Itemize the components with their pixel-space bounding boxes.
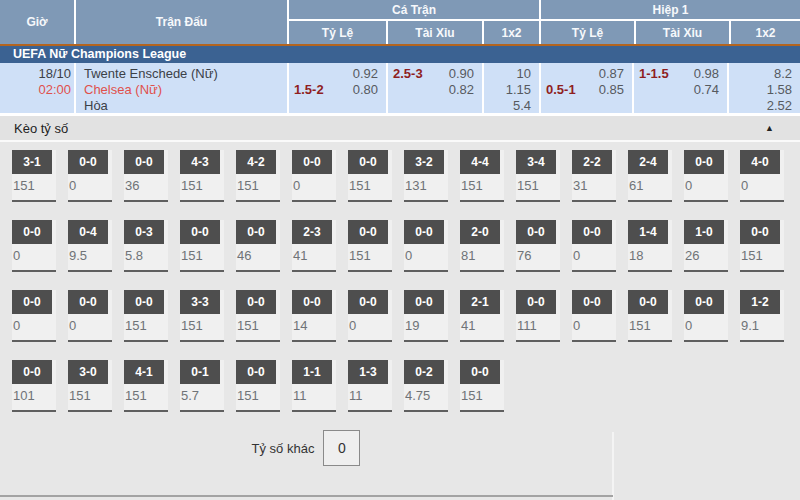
score-odds-cell[interactable]: 0-00 xyxy=(572,290,616,342)
score-label: 0-0 xyxy=(180,220,220,244)
score-label: 0-0 xyxy=(236,220,276,244)
score-odds-value: 151 xyxy=(180,318,224,333)
score-odds-value: 151 xyxy=(12,178,56,193)
score-odds-cell[interactable]: 0-00 xyxy=(12,220,56,272)
score-odds-value: 151 xyxy=(516,178,560,193)
score-odds-value: 111 xyxy=(516,318,560,333)
full-handicap-home-odds[interactable]: 0.92 xyxy=(353,66,378,82)
score-odds-cell[interactable]: 4-2151 xyxy=(236,150,280,202)
score-label: 0-0 xyxy=(124,290,164,314)
half-handicap-away-odds[interactable]: 0.85 xyxy=(599,82,624,98)
score-odds-cell[interactable]: 0-046 xyxy=(236,220,280,272)
other-score-value[interactable]: 0 xyxy=(323,430,360,466)
score-odds-cell[interactable]: 4-4151 xyxy=(460,150,504,202)
score-odds-cell[interactable]: 4-3151 xyxy=(180,150,224,202)
score-odds-cell[interactable]: 0-0111 xyxy=(516,290,560,342)
score-odds-cell[interactable]: 0-00 xyxy=(292,150,336,202)
score-odds-cell[interactable]: 3-3151 xyxy=(180,290,224,342)
score-odds-cell[interactable]: 0-0101 xyxy=(12,360,56,412)
score-odds-value: 0 xyxy=(740,178,784,193)
score-odds-cell[interactable]: 0-24.75 xyxy=(404,360,448,412)
score-odds-value: 151 xyxy=(124,388,168,403)
score-section-header[interactable]: Kèo tỷ số ▲ xyxy=(0,116,800,142)
score-odds-value: 9.1 xyxy=(740,318,784,333)
full-1x2-home-odds[interactable]: 10 xyxy=(517,66,531,82)
half-1x2-home-odds[interactable]: 8.2 xyxy=(774,66,792,82)
score-odds-cell[interactable]: 2-461 xyxy=(628,150,672,202)
score-odds-cell[interactable]: 3-4151 xyxy=(516,150,560,202)
score-odds-cell[interactable]: 2-081 xyxy=(460,220,504,272)
score-odds-cell[interactable]: 0-00 xyxy=(68,150,112,202)
score-odds-cell[interactable]: 2-231 xyxy=(572,150,616,202)
score-row: 3-11510-000-0364-31514-21510-000-01513-2… xyxy=(12,150,800,202)
score-odds-cell[interactable]: 3-1151 xyxy=(12,150,56,202)
score-odds-value: 0 xyxy=(404,248,448,263)
score-odds-cell[interactable]: 0-036 xyxy=(124,150,168,202)
score-label: 0-0 xyxy=(348,150,388,174)
score-odds-cell[interactable]: 0-00 xyxy=(404,220,448,272)
score-odds-cell[interactable]: 4-1151 xyxy=(124,360,168,412)
score-odds-cell[interactable]: 1-418 xyxy=(628,220,672,272)
score-odds-cell[interactable]: 0-0151 xyxy=(740,220,784,272)
score-odds-value: 26 xyxy=(684,248,728,263)
full-1x2-away-odds[interactable]: 1.15 xyxy=(506,82,531,98)
full-handicap-away-odds[interactable]: 0.80 xyxy=(353,82,378,98)
score-odds-cell[interactable]: 0-0151 xyxy=(236,290,280,342)
score-odds-cell[interactable]: 4-00 xyxy=(740,150,784,202)
score-odds-value: 5.7 xyxy=(180,388,224,403)
home-team-name: Twente Enschede (Nữ) xyxy=(84,66,287,82)
score-odds-cell[interactable]: 1-311 xyxy=(348,360,392,412)
full-under-odds[interactable]: 0.82 xyxy=(449,82,474,98)
score-label: 2-1 xyxy=(460,290,500,314)
full-1x2-draw-odds[interactable]: 5.4 xyxy=(513,98,531,114)
full-over-odds[interactable]: 0.90 xyxy=(449,66,474,82)
half-handicap-home-odds[interactable]: 0.87 xyxy=(599,66,624,82)
score-odds-cell[interactable]: 0-076 xyxy=(516,220,560,272)
score-odds-cell[interactable]: 0-019 xyxy=(404,290,448,342)
score-odds-cell[interactable]: 0-0151 xyxy=(348,220,392,272)
score-odds-cell[interactable]: 0-0151 xyxy=(348,150,392,202)
away-team-name: Chelsea (Nữ) xyxy=(84,82,287,98)
score-odds-cell[interactable]: 0-0151 xyxy=(124,290,168,342)
half-under-odds[interactable]: 0.74 xyxy=(694,82,719,98)
score-odds-value: 36 xyxy=(124,178,168,193)
score-odds-cell[interactable]: 3-0151 xyxy=(68,360,112,412)
score-odds-cell[interactable]: 0-00 xyxy=(684,150,728,202)
score-odds-value: 151 xyxy=(348,178,392,193)
score-odds-cell[interactable]: 0-00 xyxy=(684,290,728,342)
half-1x2-draw-odds[interactable]: 2.52 xyxy=(767,98,792,114)
score-odds-cell[interactable]: 0-0151 xyxy=(180,220,224,272)
score-odds-cell[interactable]: 0-0151 xyxy=(460,360,504,412)
score-odds-value: 151 xyxy=(460,178,504,193)
score-odds-value: 61 xyxy=(628,178,672,193)
score-label: 0-0 xyxy=(628,290,668,314)
score-label: 2-0 xyxy=(460,220,500,244)
score-odds-cell[interactable]: 3-2131 xyxy=(404,150,448,202)
score-label: 2-3 xyxy=(292,220,332,244)
header-full-handicap: Tỷ Lệ xyxy=(289,21,386,44)
half-over-odds[interactable]: 0.98 xyxy=(694,66,719,82)
score-odds-cell[interactable]: 2-341 xyxy=(292,220,336,272)
header-group-full-match: Cá Trận Tỷ Lệ Tài Xỉu 1x2 xyxy=(287,0,539,44)
half-ou-line: 1-1.5 xyxy=(639,66,669,82)
score-odds-cell[interactable]: 0-35.8 xyxy=(124,220,168,272)
half-1x2-away-odds[interactable]: 1.58 xyxy=(767,82,792,98)
score-odds-cell[interactable]: 1-026 xyxy=(684,220,728,272)
score-odds-cell[interactable]: 0-00 xyxy=(348,290,392,342)
score-label: 0-0 xyxy=(124,150,164,174)
score-label: 0-1 xyxy=(180,360,220,384)
score-odds-cell[interactable]: 0-0151 xyxy=(236,360,280,412)
draw-label: Hòa xyxy=(84,98,287,114)
score-odds-cell[interactable]: 0-00 xyxy=(68,290,112,342)
score-odds-cell[interactable]: 0-014 xyxy=(292,290,336,342)
score-odds-cell[interactable]: 0-15.7 xyxy=(180,360,224,412)
score-odds-value: 0 xyxy=(292,178,336,193)
score-odds-cell[interactable]: 0-49.5 xyxy=(68,220,112,272)
score-odds-cell[interactable]: 1-29.1 xyxy=(740,290,784,342)
score-odds-cell[interactable]: 2-141 xyxy=(460,290,504,342)
score-odds-cell[interactable]: 0-00 xyxy=(572,220,616,272)
score-odds-cell[interactable]: 0-00 xyxy=(12,290,56,342)
score-odds-cell[interactable]: 0-0151 xyxy=(628,290,672,342)
score-label: 4-4 xyxy=(460,150,500,174)
score-odds-cell[interactable]: 1-111 xyxy=(292,360,336,412)
